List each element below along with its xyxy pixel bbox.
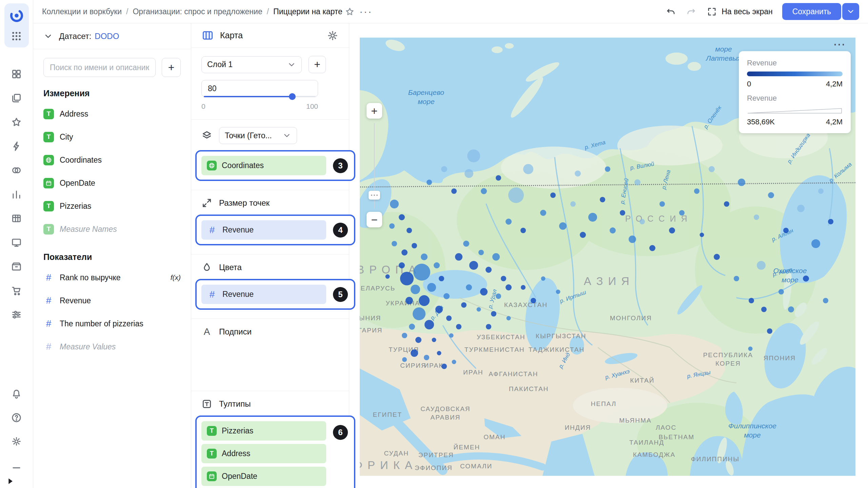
map-point[interactable] <box>620 210 625 216</box>
map-point[interactable] <box>531 298 536 303</box>
map-point[interactable] <box>456 324 461 329</box>
map-point[interactable] <box>480 288 488 296</box>
map-point[interactable] <box>669 227 675 233</box>
map-point[interactable] <box>541 277 545 281</box>
map-canvas[interactable]: РОССИЯАЗИЯЕВРОПААФРИКАБаренцево мореморе… <box>360 38 855 476</box>
map-point[interactable] <box>411 285 420 294</box>
field-revenue[interactable]: #Revenue <box>201 220 326 240</box>
map-point[interactable] <box>783 228 789 233</box>
map-point[interactable] <box>435 306 443 313</box>
gear-icon[interactable] <box>8 432 25 450</box>
geo-type-select[interactable]: Точки (Гето... <box>219 127 297 144</box>
map-more-menu-icon[interactable]: ⋯ <box>833 38 846 51</box>
map-point[interactable] <box>443 293 450 299</box>
map-point[interactable] <box>709 166 715 172</box>
chevron-down-icon[interactable] <box>43 32 53 41</box>
settings-gear-icon[interactable] <box>327 29 339 42</box>
map-point[interactable] <box>694 188 699 194</box>
map-point[interactable] <box>556 289 560 294</box>
map-point[interactable] <box>588 213 597 222</box>
map-point[interactable] <box>748 347 753 351</box>
zoom-in-button[interactable]: + <box>367 103 382 119</box>
map-point[interactable] <box>600 197 605 202</box>
map-point[interactable] <box>761 307 767 312</box>
field-coordinates[interactable]: Coordinates <box>201 156 326 175</box>
map-point[interactable] <box>413 307 426 320</box>
field-measure-values[interactable]: #Measure Values <box>33 335 191 358</box>
map-point[interactable] <box>399 214 405 220</box>
breadcrumb-item-коллекции-и-воркбуки[interactable]: Коллекции и воркбуки <box>42 7 122 16</box>
map-point[interactable] <box>629 236 636 243</box>
map-point[interactable] <box>427 283 436 292</box>
field-opendate[interactable]: OpenDate <box>33 171 191 195</box>
map-point[interactable] <box>521 285 526 290</box>
archive-icon[interactable] <box>8 258 25 275</box>
map-point[interactable] <box>580 232 586 238</box>
star-icon[interactable] <box>8 113 25 131</box>
map-point[interactable] <box>508 187 524 203</box>
map-point[interactable] <box>486 324 491 329</box>
fullscreen-button[interactable]: На весь экран <box>706 6 773 17</box>
save-menu-button[interactable] <box>842 3 859 20</box>
map-point[interactable] <box>659 201 665 207</box>
map-point[interactable] <box>540 210 546 216</box>
map-point[interactable] <box>506 219 512 225</box>
map-point[interactable] <box>811 239 820 248</box>
play-icon[interactable] <box>5 476 15 486</box>
field-address[interactable]: TAddress <box>33 102 191 125</box>
map-point[interactable] <box>399 262 405 268</box>
map-point[interactable] <box>385 274 390 279</box>
breadcrumb-item-организации-спрос-и-предложение[interactable]: Организации: спрос и предложение <box>133 7 262 16</box>
opacity-slider-knob[interactable] <box>289 93 296 100</box>
map-point[interactable] <box>797 205 805 212</box>
map-point[interactable] <box>392 241 397 246</box>
map-point[interactable] <box>823 298 828 303</box>
field-rank-по-выручке[interactable]: #Rank по выручкеf(x) <box>33 266 191 289</box>
map-point[interactable] <box>415 337 421 343</box>
map-point[interactable] <box>427 180 432 185</box>
collapse-panel-icon[interactable] <box>8 459 25 476</box>
map-point[interactable] <box>446 316 452 321</box>
grid-dashboard-icon[interactable] <box>8 65 25 83</box>
map-point[interactable] <box>496 175 501 181</box>
field-coordinates[interactable]: Coordinates <box>33 148 191 171</box>
map-point[interactable] <box>425 320 434 329</box>
map-point[interactable] <box>400 272 414 285</box>
map-point[interactable] <box>486 267 492 273</box>
field-pizzerias[interactable]: TPizzerias <box>201 421 326 441</box>
map-point[interactable] <box>406 297 413 304</box>
map-point[interactable] <box>409 324 415 330</box>
map-point[interactable] <box>767 328 772 334</box>
map-point[interactable] <box>432 338 436 342</box>
more-menu-icon[interactable]: ··· <box>359 6 372 17</box>
map-point[interactable] <box>449 333 454 338</box>
map-point[interactable] <box>390 200 399 208</box>
map-point[interactable] <box>506 316 511 320</box>
map-point[interactable] <box>465 169 473 178</box>
map-point[interactable] <box>724 201 729 207</box>
bolt-icon[interactable] <box>8 137 25 155</box>
map-point[interactable] <box>439 276 444 281</box>
map-point[interactable] <box>523 164 533 174</box>
map-point[interactable] <box>424 355 429 360</box>
layer-select[interactable]: Слой 1 <box>201 56 302 73</box>
map-point[interactable] <box>452 360 456 364</box>
map-point[interactable] <box>768 192 774 198</box>
map-point[interactable] <box>506 284 512 290</box>
map-point[interactable] <box>491 311 496 317</box>
map-point[interactable] <box>441 364 447 369</box>
map-point[interactable] <box>463 241 469 247</box>
map-point[interactable] <box>466 284 472 290</box>
map-point[interactable] <box>419 295 430 306</box>
zoom-out-button[interactable]: − <box>367 212 382 227</box>
map-point[interactable] <box>818 188 824 194</box>
field-opendate[interactable]: OpenDate <box>201 467 326 486</box>
undo-icon[interactable] <box>663 4 678 19</box>
map-point[interactable] <box>411 349 418 357</box>
map-point[interactable] <box>734 276 739 281</box>
map-point[interactable] <box>451 188 457 194</box>
map-point[interactable] <box>738 179 745 186</box>
field-revenue[interactable]: #Revenue <box>33 289 191 312</box>
map-point[interactable] <box>649 245 655 251</box>
save-button[interactable]: Сохранить <box>782 3 841 20</box>
